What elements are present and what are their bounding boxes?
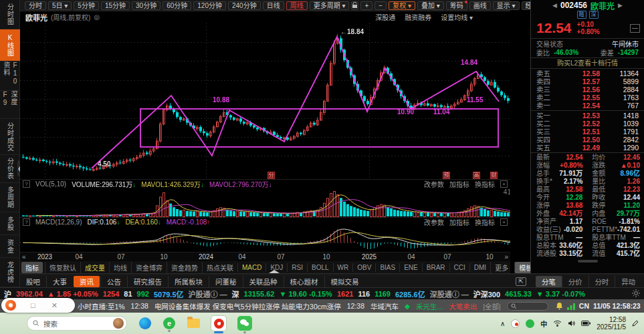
chart-settings-icon[interactable]: ◎	[94, 13, 100, 21]
bottom-tab[interactable]: 公告	[100, 276, 127, 287]
ticker-segment[interactable]: 禾元生...	[416, 301, 443, 311]
index-segment[interactable]: 81	[124, 290, 132, 298]
file-explorer-icon[interactable]	[187, 319, 200, 328]
index-segment[interactable]: 沪股通ⓘ —	[189, 289, 227, 299]
quote-panel-tab[interactable]: 分笔	[536, 276, 562, 287]
period-button[interactable]: 240分钟	[228, 1, 261, 10]
sidebar-item[interactable]: 资金	[0, 235, 20, 258]
indicator-tab[interactable]: 成交量	[80, 262, 109, 273]
indicator-tab[interactable]: 资金博弈	[131, 262, 167, 273]
index-segment[interactable]: ▼ 19.60 -0.15%	[280, 290, 332, 298]
indicator-tab[interactable]: WR	[333, 263, 353, 272]
sidebar-item[interactable]: 分时图	[0, 0, 20, 29]
index-segment[interactable]: 沪深300	[473, 289, 500, 299]
index-segment[interactable]: 992	[137, 290, 149, 298]
bottom-tab[interactable]: 所属板块	[168, 276, 209, 287]
indicator-tab[interactable]: 热点关联	[202, 262, 237, 273]
index-segment[interactable]: 1254	[103, 290, 119, 298]
battery-icon[interactable]	[581, 321, 591, 326]
period-button[interactable]: 15分钟	[101, 1, 130, 10]
tray-security-icon[interactable]	[526, 319, 534, 328]
index-segment[interactable]: ▲ 1.85 +0.05%	[47, 290, 98, 298]
index-segment[interactable]: 116	[358, 290, 370, 298]
bottom-tab[interactable]: 大事	[46, 276, 73, 287]
scroll-left-icon[interactable]: «	[22, 253, 26, 261]
settings-gear-icon[interactable]	[632, 289, 640, 299]
indicator-tab[interactable]: ENE	[399, 263, 422, 272]
tool-button[interactable]: −	[374, 1, 387, 10]
indicator-tab[interactable]: MACD	[237, 263, 265, 272]
index-segment[interactable]: ▼ 3.37 -0.07%	[536, 290, 585, 298]
index-segment[interactable]: 13155.62	[244, 290, 275, 298]
panel-scrollbar[interactable]	[578, 260, 598, 263]
period-button[interactable]: 30分钟	[132, 1, 160, 10]
period-button[interactable]: 60分钟	[163, 1, 191, 10]
indicator-tab[interactable]: 均线	[109, 262, 131, 273]
indicator-tab[interactable]: 更多	[490, 262, 512, 273]
quote-panel-tab[interactable]: 异动	[615, 276, 641, 287]
bottom-tab[interactable]: 研究报告	[127, 276, 168, 287]
green-app-icon[interactable]: e	[163, 317, 175, 329]
ticker-segment[interactable]: ◆	[405, 302, 410, 310]
indicator-tab[interactable]: 指标	[21, 262, 43, 273]
period-button[interactable]: 更多周期 ▾	[310, 1, 350, 10]
ask-row[interactable]: 卖二12.551763	[531, 94, 644, 102]
sidebar-item[interactable]: 龙虎榜	[0, 258, 20, 287]
macd-chart[interactable]	[20, 226, 510, 252]
prev-stock-icon[interactable]: ◀	[552, 2, 557, 9]
volume-chart[interactable]	[20, 188, 510, 217]
bid-row[interactable]: 买五12.491290	[531, 144, 644, 152]
period-button[interactable]: 5日 ▾	[48, 1, 72, 10]
chart-link[interactable]: 设置均线 ▾	[441, 12, 473, 22]
pane-link[interactable]: 加指标	[449, 217, 469, 227]
close-icon[interactable]: ×	[500, 180, 508, 188]
bid-row[interactable]: 买一12.531418	[531, 112, 644, 120]
stock-app-icon[interactable]	[211, 315, 227, 331]
indicator-tab[interactable]: OBV	[352, 263, 375, 272]
tool-button[interactable]: 显示 ▾	[493, 1, 520, 10]
wechat-icon[interactable]	[237, 316, 252, 331]
chart-link[interactable]: 深股通	[375, 12, 395, 22]
indicator-tab[interactable]: 恢复默认	[45, 262, 80, 273]
close-icon[interactable]: ×	[500, 218, 508, 226]
index-segment[interactable]: 1169	[374, 290, 391, 298]
scroll-right-icon[interactable]: »	[504, 253, 508, 261]
indicator-tab[interactable]: BRAR	[422, 263, 449, 272]
ticker-segment[interactable]: 小时直播:至1%	[78, 301, 125, 311]
index-segment[interactable]: 4615.33	[505, 290, 532, 298]
tray-app-icon[interactable]	[511, 319, 520, 328]
ticker-segment[interactable]: |全部|	[483, 301, 500, 311]
tool-button[interactable]: 筹码	[446, 1, 467, 10]
sidebar-item[interactable]: 多股	[0, 212, 20, 235]
tool-button[interactable]: 画线	[469, 1, 491, 10]
widget-minimize-icon[interactable]: □	[31, 301, 35, 309]
ime-indicator[interactable]: 中	[540, 319, 547, 329]
index-segment[interactable]: 深股通ⓘ —	[430, 289, 469, 299]
edge-browser-icon[interactable]	[139, 317, 151, 329]
pen-icon[interactable]	[632, 320, 639, 327]
tray-expand-icon[interactable]: ∧	[500, 320, 505, 327]
ask-row[interactable]: 卖一12.54767	[531, 102, 644, 110]
indicator-tab[interactable]: 资金趋势	[167, 262, 202, 273]
quote-panel-tab[interactable]: 分价	[562, 276, 588, 287]
sidebar-item[interactable]: 深度F9	[0, 91, 20, 119]
ask-row[interactable]: 卖四12.575899	[531, 77, 644, 86]
bottom-tab[interactable]: 资讯	[74, 276, 100, 287]
indicator-tab[interactable]: RSI	[287, 263, 307, 272]
help-icon[interactable]: ?	[23, 180, 30, 188]
period-button[interactable]: 120分钟	[193, 1, 226, 10]
lock-icon[interactable]	[351, 1, 358, 10]
ticker-segment[interactable]: 华域汽车	[370, 301, 399, 311]
tool-button[interactable]: +	[360, 1, 372, 10]
period-button[interactable]: 日线	[263, 1, 284, 10]
next-stock-icon[interactable]: ▶	[618, 2, 623, 9]
sidebar-item[interactable]: K线图	[0, 29, 20, 61]
sidebar-item[interactable]: F10资料	[0, 61, 20, 91]
floating-widget[interactable]: □ ✕	[1, 298, 75, 313]
ticker-segment[interactable]: 12:38	[347, 302, 364, 310]
sidebar-item[interactable]: 分时成交	[0, 119, 20, 155]
float-window-icon[interactable]: ⇱	[516, 277, 526, 286]
ask-row[interactable]: 卖三12.562884	[531, 86, 644, 94]
index-segment[interactable]: 6285.6亿	[395, 289, 425, 299]
ticker-segment[interactable]: 12:38	[131, 302, 148, 310]
